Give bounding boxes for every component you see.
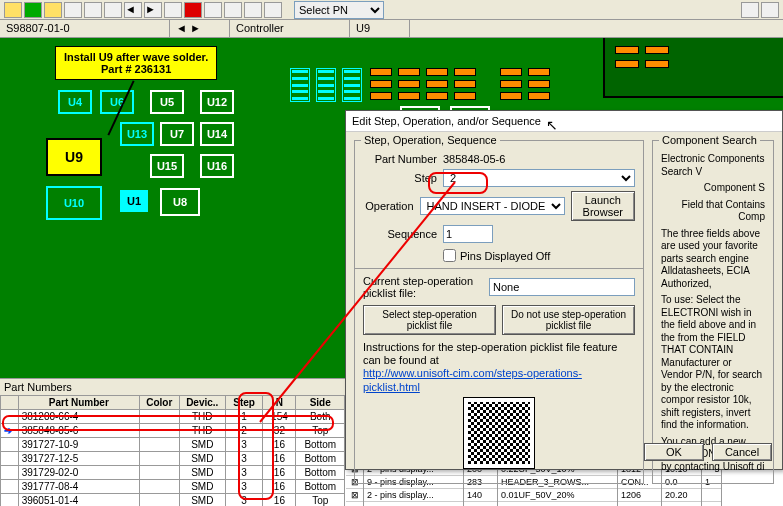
table-row[interactable]: 396051-01-4SMD316Top [1,494,345,507]
col-header[interactable]: Side [296,396,345,410]
cap-array [500,68,550,100]
comp-u1[interactable]: U1 [120,190,148,212]
picklist-label: Current step-operation picklist file: [363,275,483,299]
table-row[interactable]: 391777-08-4SMD316Bottom [1,480,345,494]
cancel-button[interactable]: Cancel [712,443,772,461]
col-header[interactable]: Devic.. [179,396,225,410]
toolbar-btn[interactable] [224,2,242,18]
part-number-value: 385848-05-6 [443,153,635,165]
toolbar-btn[interactable] [204,2,222,18]
comp-u5[interactable]: U5 [150,90,184,114]
toolbar-btn[interactable] [184,2,202,18]
instructions-link[interactable]: http://www.unisoft-cim.com/steps-operati… [363,367,582,392]
select-pn-dropdown[interactable]: Select PN [294,1,384,19]
col-header[interactable]: Step [225,396,262,410]
comp-u10[interactable]: U10 [46,186,102,220]
comp-u9-highlighted[interactable]: U9 [46,138,102,176]
dialog-title: Edit Step, Operation, and/or Sequence [346,111,782,132]
table-row[interactable]: 391729-02-0SMD316Bottom [1,466,345,480]
toolbar-btn[interactable] [761,2,779,18]
sequence-input[interactable] [443,225,493,243]
toolbar-btn[interactable] [104,2,122,18]
assembly-note: Install U9 after wave solder. Part # 236… [55,46,217,80]
instructions-text: Instructions for the step-operation pick… [363,341,635,394]
doc-id: S98807-01-0 [0,20,170,37]
launch-browser-button[interactable]: Launch Browser [571,191,635,221]
toolbar-btn[interactable] [24,2,42,18]
part-number-label: Part Number [363,153,437,165]
part-numbers-table[interactable]: Part NumberColorDevic..StepNSide 381200-… [0,395,345,506]
no-picklist-button[interactable]: Do not use step-operation picklist file [502,305,635,335]
toolbar-btn[interactable] [741,2,759,18]
col-header[interactable]: Color [139,396,179,410]
cap-array [370,68,476,100]
comp-u14[interactable]: U14 [200,122,234,146]
comp-u6[interactable]: U6 [100,90,134,114]
sequence-label: Sequence [363,228,437,240]
col-header[interactable]: Part Number [18,396,139,410]
toolbar-btn[interactable] [264,2,282,18]
toolbar-btn[interactable] [164,2,182,18]
table-row[interactable]: 381200-66-4THD1154Both [1,410,345,424]
nav-right-icon[interactable]: ► [144,2,162,18]
comp-u13[interactable]: U13 [120,122,154,146]
toolbar-btn[interactable] [244,2,262,18]
part-numbers-panel: Part Numbers Part NumberColorDevic..Step… [0,378,345,506]
operation-label: Operation [363,200,414,212]
toolbar-btn[interactable] [4,2,22,18]
pcb-secondary-view [603,38,783,98]
nav-left-icon[interactable]: ◄ [124,2,142,18]
qr-code [464,398,534,468]
toolbar-btn[interactable] [44,2,62,18]
grid-title: Part Numbers [0,379,345,395]
comp-u12[interactable]: U12 [200,90,234,114]
ok-button[interactable]: OK [644,443,704,461]
comp-u8[interactable]: U8 [160,188,200,216]
step-select[interactable]: 2 [443,169,635,187]
select-picklist-button[interactable]: Select step-operation picklist file [363,305,496,335]
component-search-fieldset: Component Search Electronic Components S… [652,140,774,484]
nav-icons[interactable]: ◄ ► [170,20,230,37]
operation-select[interactable]: HAND INSERT - DIODE [420,197,565,215]
table-row[interactable]: 391727-12-5SMD316Bottom [1,452,345,466]
step-label: Step [363,172,437,184]
edit-step-dialog: Edit Step, Operation, and/or Sequence ↖ … [345,110,783,470]
comp-u4[interactable]: U4 [58,90,92,114]
comp-u15[interactable]: U15 [150,154,184,178]
col-header[interactable] [1,396,19,410]
sel-ref: U9 [350,20,410,37]
picklist-file-input[interactable] [489,278,635,296]
step-op-seq-fieldset: Step, Operation, Sequence Part Number 38… [354,140,644,484]
pins-off-checkbox[interactable] [443,249,456,262]
sub-header: S98807-01-0 ◄ ► Controller U9 [0,20,783,38]
toolbar-btn[interactable] [64,2,82,18]
col-header[interactable]: N [263,396,296,410]
dip-array [290,68,362,102]
cursor-icon: ↖ [546,117,558,133]
pins-off-label: Pins Displayed Off [460,250,550,262]
board-name: Controller [230,20,350,37]
comp-u7[interactable]: U7 [160,122,194,146]
table-row[interactable]: 391727-10-9SMD316Bottom [1,438,345,452]
toolbar-btn[interactable] [84,2,102,18]
main-toolbar: ◄ ► Select PN [0,0,783,20]
table-row[interactable]: ➔385848-05-6THD232Top [1,424,345,438]
comp-u16[interactable]: U16 [200,154,234,178]
